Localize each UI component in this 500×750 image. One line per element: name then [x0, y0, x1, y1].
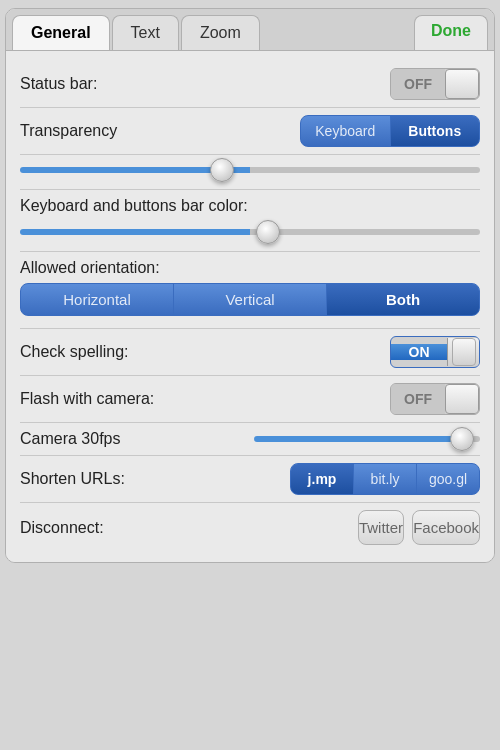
check-spelling-toggle[interactable]: ON: [390, 336, 480, 368]
flash-label: Flash with camera:: [20, 390, 390, 408]
transparency-slider-track: [20, 167, 480, 173]
camera-fps-slider-thumb[interactable]: [450, 427, 474, 451]
shorten-googl[interactable]: goo.gl: [417, 464, 479, 494]
kb-color-slider-track: [20, 229, 480, 235]
disconnect-buttons: Twitter Facebook: [358, 510, 480, 545]
check-spelling-label: Check spelling:: [20, 343, 390, 361]
kb-color-row: Keyboard and buttons bar color:: [20, 190, 480, 217]
shorten-urls-segmented[interactable]: j.mp bit.ly goo.gl: [290, 463, 480, 495]
disconnect-label: Disconnect:: [20, 519, 358, 537]
orientation-horizontal[interactable]: Horizontal: [21, 284, 174, 315]
disconnect-facebook-button[interactable]: Facebook: [412, 510, 480, 545]
check-spelling-knob: [447, 338, 479, 366]
status-bar-row: Status bar: OFF: [20, 61, 480, 108]
camera-fps-label: Camera 30fps: [20, 430, 246, 448]
status-bar-off-label: OFF: [391, 69, 445, 99]
settings-container: General Text Zoom Done Status bar: OFF T…: [5, 8, 495, 563]
transparency-buttons[interactable]: Buttons: [391, 116, 480, 146]
status-bar-toggle[interactable]: OFF: [390, 68, 480, 100]
shorten-bitly[interactable]: bit.ly: [354, 464, 417, 494]
orientation-segmented[interactable]: Horizontal Vertical Both: [20, 283, 480, 316]
check-spelling-row: Check spelling: ON: [20, 329, 480, 376]
transparency-segmented[interactable]: Keyboard Buttons: [300, 115, 480, 147]
tab-text[interactable]: Text: [112, 15, 179, 50]
shorten-urls-row: Shorten URLs: j.mp bit.ly goo.gl: [20, 456, 480, 503]
orientation-label-row: Allowed orientation:: [20, 252, 480, 279]
disconnect-row: Disconnect: Twitter Facebook: [20, 503, 480, 552]
tab-zoom[interactable]: Zoom: [181, 15, 260, 50]
orientation-label: Allowed orientation:: [20, 259, 480, 277]
flash-off-label: OFF: [391, 384, 445, 414]
orientation-vertical[interactable]: Vertical: [174, 284, 327, 315]
transparency-slider-row: [20, 155, 480, 190]
camera-fps-slider-container: [254, 436, 480, 442]
done-button[interactable]: Done: [414, 15, 488, 50]
shorten-urls-label: Shorten URLs:: [20, 470, 290, 488]
tab-bar: General Text Zoom Done: [6, 9, 494, 51]
transparency-slider-thumb[interactable]: [210, 158, 234, 182]
transparency-keyboard[interactable]: Keyboard: [301, 116, 391, 146]
kb-color-label: Keyboard and buttons bar color:: [20, 197, 480, 215]
flash-row: Flash with camera: OFF: [20, 376, 480, 423]
transparency-row: Transparency Keyboard Buttons: [20, 108, 480, 155]
kb-color-slider-row: [20, 217, 480, 252]
flash-toggle[interactable]: OFF: [390, 383, 480, 415]
flash-knob: [445, 384, 479, 414]
camera-fps-row: Camera 30fps: [20, 423, 480, 456]
check-spelling-on: ON: [391, 344, 447, 360]
settings-panel: Status bar: OFF Transparency Keyboard Bu…: [6, 51, 494, 562]
tab-general[interactable]: General: [12, 15, 110, 50]
orientation-both[interactable]: Both: [327, 284, 479, 315]
transparency-label: Transparency: [20, 122, 300, 140]
kb-color-slider-thumb[interactable]: [256, 220, 280, 244]
status-bar-label: Status bar:: [20, 75, 390, 93]
status-bar-knob: [445, 69, 479, 99]
disconnect-twitter-button[interactable]: Twitter: [358, 510, 404, 545]
shorten-jmp[interactable]: j.mp: [291, 464, 354, 494]
camera-fps-slider-track: [254, 436, 480, 442]
orientation-seg-row: Horizontal Vertical Both: [20, 283, 480, 329]
